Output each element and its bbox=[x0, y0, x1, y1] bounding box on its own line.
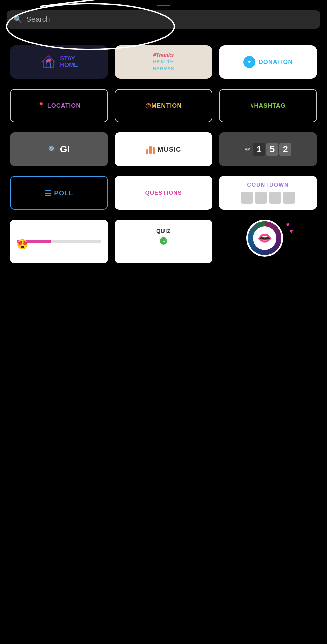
slider-track: 😍 bbox=[17, 240, 101, 243]
sticker-gif[interactable]: 🔍 GI bbox=[10, 132, 108, 166]
donation-icon: ♥ bbox=[243, 56, 255, 68]
music-bar-1 bbox=[146, 149, 148, 154]
sticker-music[interactable]: MUSIC bbox=[115, 132, 212, 166]
heart-icon-1: ♥ bbox=[286, 221, 290, 228]
sticker-emoji-slider[interactable]: 😍 bbox=[10, 220, 108, 263]
mouth-outer-circle: 👄 bbox=[246, 220, 283, 257]
thanks-line1: #Thanks bbox=[153, 51, 174, 59]
time-digit-2: 5 bbox=[266, 143, 278, 156]
sticker-mouth-emoji[interactable]: 👄 ♥ ♥ bbox=[219, 220, 317, 263]
donation-label: DONATION bbox=[259, 59, 293, 66]
countdown-block-2 bbox=[255, 192, 267, 204]
hashtag-label: #HASHTAG bbox=[250, 102, 286, 109]
sticker-questions[interactable]: QUESTIONS bbox=[115, 176, 212, 210]
poll-label: POLL bbox=[54, 189, 73, 197]
mouth-inner: 👄 bbox=[253, 226, 276, 250]
location-pin-icon: 📍 bbox=[37, 102, 45, 109]
stay-home-line2: HOME bbox=[60, 62, 78, 69]
thanks-line2: HEALTH bbox=[153, 59, 174, 65]
sticker-location[interactable]: 📍 LOCATION bbox=[10, 89, 108, 122]
sticker-thanks-health-heroes[interactable]: #Thanks HEALTH HER♥ES bbox=[115, 45, 212, 79]
quiz-check-icon: ✓ bbox=[163, 238, 167, 244]
music-bars-icon bbox=[146, 145, 155, 154]
sticker-stay-home[interactable]: STAY HOME bbox=[10, 45, 108, 79]
location-label: LOCATION bbox=[47, 102, 81, 109]
poll-line-1 bbox=[45, 190, 51, 191]
countdown-block-1 bbox=[241, 192, 253, 204]
time-digit-3: 2 bbox=[279, 143, 291, 156]
svg-line-1 bbox=[40, 0, 101, 6]
search-bar[interactable]: 🔍 Search bbox=[7, 10, 320, 29]
countdown-label: COUNTDOWN bbox=[247, 182, 289, 188]
countdown-block-3 bbox=[269, 192, 281, 204]
thanks-line3: HER♥ES bbox=[153, 65, 174, 72]
sticker-hashtag[interactable]: #HASHTAG bbox=[219, 89, 317, 122]
sticker-mention[interactable]: @MENTION bbox=[115, 89, 212, 122]
heart-icon-2: ♥ bbox=[289, 228, 293, 235]
search-placeholder: Search bbox=[26, 15, 50, 24]
quiz-title: QUIZ bbox=[156, 228, 171, 234]
sticker-time[interactable]: AM 1 5 2 bbox=[219, 132, 317, 166]
music-label: MUSIC bbox=[158, 146, 181, 153]
questions-label: QUESTIONS bbox=[145, 190, 182, 196]
sticker-poll[interactable]: POLL bbox=[10, 176, 108, 210]
mention-at: @ bbox=[145, 102, 152, 109]
time-am-label: AM bbox=[245, 147, 250, 151]
poll-line-2 bbox=[45, 193, 51, 194]
stay-home-icon bbox=[40, 54, 57, 70]
hashtag-hash: # bbox=[250, 102, 254, 109]
sticker-grid: STAY HOME #Thanks HEALTH HER♥ES ♥ DONATI… bbox=[0, 29, 327, 273]
music-bar-2 bbox=[149, 146, 152, 154]
stay-home-text: STAY HOME bbox=[60, 55, 78, 69]
quiz-option-correct: ✓ bbox=[160, 237, 167, 245]
sticker-countdown[interactable]: COUNTDOWN bbox=[219, 176, 317, 210]
music-bar-3 bbox=[153, 147, 155, 154]
mouth-wrap: 👄 ♥ ♥ bbox=[246, 220, 290, 263]
countdown-blocks bbox=[241, 192, 295, 204]
hashtag-rest: HASHTAG bbox=[254, 102, 286, 109]
countdown-block-4 bbox=[283, 192, 295, 204]
search-area: 🔍 Search bbox=[0, 6, 327, 29]
sticker-donation[interactable]: ♥ DONATION bbox=[219, 45, 317, 79]
gif-search-icon: 🔍 bbox=[48, 145, 57, 153]
stay-home-line1: STAY bbox=[60, 55, 78, 62]
sticker-quiz[interactable]: QUIZ ✓ bbox=[115, 220, 212, 263]
poll-line-3 bbox=[45, 195, 51, 196]
gif-label: GI bbox=[60, 144, 70, 155]
time-digit-1: 1 bbox=[253, 143, 265, 156]
mention-label: @MENTION bbox=[145, 102, 182, 109]
mention-rest: MENTION bbox=[151, 102, 182, 109]
search-icon: 🔍 bbox=[13, 15, 22, 24]
poll-lines-icon bbox=[45, 190, 51, 196]
slider-emoji: 😍 bbox=[17, 239, 28, 250]
